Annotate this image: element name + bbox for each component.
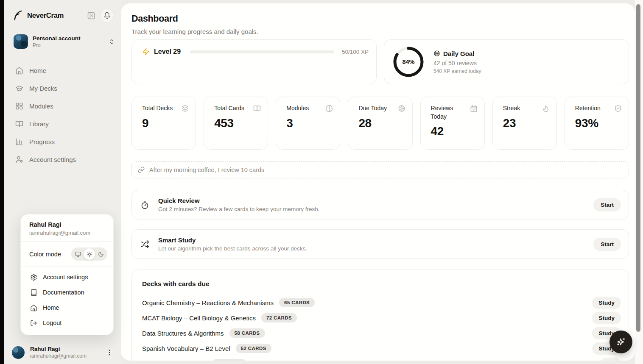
menu-item-label: Account settings — [43, 274, 88, 281]
flame-icon — [542, 105, 550, 112]
stat-label: Modules — [286, 104, 309, 113]
scrollbar-track — [635, 0, 643, 364]
logout-icon — [30, 320, 37, 327]
stat-value: 23 — [503, 117, 550, 130]
deck-cards-badge: 58 CARDS — [229, 328, 265, 338]
habit-bar[interactable]: After my morning coffee, I review 10 car… — [131, 161, 629, 178]
color-mode-dark-moon-icon[interactable] — [95, 248, 106, 260]
deck-study-button[interactable]: Study — [592, 297, 621, 309]
deck-row: Data Structures & Algorithms 58 CARDS St… — [142, 325, 621, 341]
shield-check-icon — [614, 105, 622, 112]
book-open-icon — [253, 105, 261, 112]
menu-item-documentation[interactable]: Documentation — [24, 285, 110, 300]
stats-row: Total Decks 9 Total Cards 453 Modules — [131, 97, 629, 150]
smart-study-start-button[interactable]: Start — [593, 238, 621, 251]
ai-sparkles-fab-button[interactable] — [609, 331, 632, 353]
account-name: Personal account — [33, 35, 104, 42]
smart-study-description: Let our algorithm pick the best cards ac… — [158, 245, 593, 252]
account-switcher[interactable]: Personal account Pro — [14, 34, 115, 49]
notifications-bell-icon[interactable] — [100, 8, 114, 22]
sidebar-item-label: My Decks — [29, 85, 57, 92]
quick-review-start-button[interactable]: Start — [593, 198, 621, 211]
user-name: Rahul Ragi — [29, 221, 105, 228]
stat-card-due-today: Due Today 28 — [348, 97, 412, 150]
stat-label: Streak — [503, 104, 520, 113]
deck-row-partial — [142, 356, 621, 361]
stat-value: 3 — [286, 117, 333, 130]
stat-card-reviews-today: Reviews Today 42 — [420, 97, 485, 150]
color-mode-row: Color mode — [21, 242, 113, 267]
quick-review-title: Quick Review — [158, 197, 593, 204]
sidebar-nav: Home My Decks Modules Library Progress — [4, 61, 121, 168]
lightning-zap-icon — [142, 48, 150, 56]
menu-item-label: Documentation — [43, 289, 84, 296]
color-mode-label: Color mode — [29, 251, 61, 258]
sidebar-item-label: Home — [29, 67, 46, 74]
home-icon — [15, 67, 23, 75]
stat-label: Total Cards — [214, 104, 244, 113]
sidebar-collapse-icon[interactable] — [87, 11, 96, 20]
sidebar-item-library[interactable]: Library — [4, 115, 121, 133]
brain-icon — [325, 105, 333, 112]
daily-goal-title: Daily Goal — [443, 50, 474, 57]
menu-item-logout[interactable]: Logout — [24, 315, 110, 331]
decks-due-title: Decks with cards due — [142, 280, 621, 288]
calendar-check-icon — [470, 105, 478, 112]
link-icon — [138, 167, 145, 173]
sidebar-item-label: Account settings — [29, 156, 76, 163]
book-icon — [30, 289, 37, 296]
menu-item-label: Home — [43, 304, 59, 311]
menu-item-account-settings[interactable]: Account settings — [24, 270, 110, 285]
color-mode-segmented-control — [71, 247, 107, 261]
stat-label: Total Decks — [142, 104, 173, 113]
smart-study-title: Smart Study — [158, 236, 593, 244]
xp-text: 50/100 XP — [342, 49, 369, 55]
sidebar-user-footer[interactable]: Rahul Ragi iamrahulragi@gmail.com — [12, 346, 115, 359]
user-menu-items: Account settings Documentation Home Logo… — [21, 267, 113, 335]
deck-cards-badge — [212, 359, 246, 361]
main-content: Dashboard Track your learning progress a… — [121, 3, 635, 361]
sidebar-header: NeverCram — [4, 0, 121, 22]
stat-value: 453 — [214, 117, 261, 130]
deck-study-button[interactable] — [600, 358, 621, 361]
sidebar-item-my-decks[interactable]: My Decks — [4, 79, 121, 97]
more-vertical-icon[interactable] — [106, 348, 115, 357]
deck-row: MCAT Biology – Cell Biology & Genetics 7… — [142, 310, 621, 325]
menu-item-label: Logout — [43, 320, 62, 326]
quick-review-card: Quick Review Got 2 minutes? Review a few… — [131, 190, 629, 220]
sidebar-item-progress[interactable]: Progress — [4, 133, 121, 150]
daily-goal-percent: 84% — [392, 45, 425, 78]
grid-icon — [15, 102, 23, 110]
scrollbar-thumb[interactable] — [636, 4, 640, 332]
stat-value: 28 — [358, 117, 405, 130]
daily-goal-xp: 540 XP earned today — [433, 68, 481, 74]
stat-card-total-cards: Total Cards 453 — [204, 97, 268, 150]
stat-value: 93% — [575, 117, 622, 130]
habit-text: After my morning coffee, I review 10 car… — [149, 167, 264, 173]
deck-cards-badge: 52 CARDS — [236, 344, 271, 353]
sidebar-item-label: Modules — [29, 103, 53, 110]
home-icon — [30, 304, 37, 311]
deck-study-button[interactable]: Study — [592, 312, 621, 324]
decks-due-card: Decks with cards due Organic Chemistry –… — [131, 270, 629, 361]
bar-chart-icon — [15, 138, 23, 146]
user-menu-userinfo: Rahul Ragi iamrahulragi@gmail.com — [21, 214, 113, 241]
sidebar-item-label: Library — [29, 120, 49, 128]
stat-card-streak: Streak 23 — [492, 97, 557, 150]
sidebar-item-home[interactable]: Home — [4, 61, 121, 79]
deck-name: Spanish Vocabulary – B2 Level — [142, 345, 230, 352]
user-avatar — [12, 346, 25, 359]
app-name: NeverCram — [27, 11, 64, 19]
daily-goal-progress-ring: 84% — [392, 45, 425, 78]
sidebar-item-account-settings[interactable]: Account settings — [4, 150, 121, 168]
color-mode-light-sun-icon[interactable] — [84, 248, 95, 260]
timer-icon — [140, 200, 149, 209]
gear-icon — [30, 274, 37, 281]
level-card: Level 29 50/100 XP — [131, 39, 377, 84]
deck-row: Organic Chemistry – Reactions & Mechanis… — [142, 295, 621, 310]
menu-item-home[interactable]: Home — [24, 300, 110, 315]
xp-progress-bar — [190, 50, 334, 53]
sidebar-item-modules[interactable]: Modules — [4, 97, 121, 115]
color-mode-system-monitor-icon[interactable] — [72, 248, 84, 260]
daily-goal-reviews: 42 of 50 reviews — [433, 60, 481, 67]
